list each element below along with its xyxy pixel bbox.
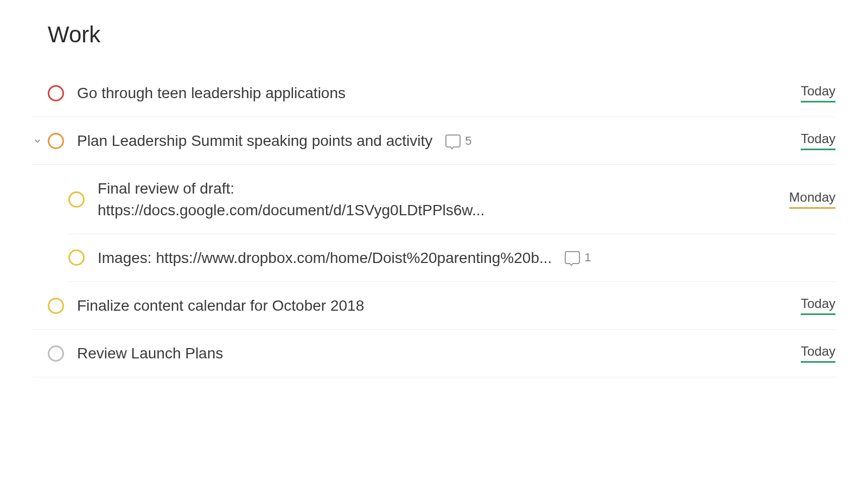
chevron-down-icon — [33, 136, 42, 146]
task-checkbox[interactable] — [68, 191, 85, 208]
comment-badge[interactable]: 1 — [565, 251, 591, 265]
due-date[interactable]: Today — [801, 344, 835, 363]
task-content: Finalize content calendar for October 20… — [77, 295, 792, 316]
task-content: Final review of draft: https://docs.goog… — [98, 178, 781, 220]
task-text: Finalize content calendar for October 20… — [77, 295, 364, 316]
comment-count: 5 — [465, 134, 471, 148]
task-checkbox[interactable] — [48, 298, 64, 314]
task-content: Images: https://www.dropbox.com/home/Doi… — [98, 247, 835, 268]
project-title: Work — [48, 22, 835, 48]
task-text: Images: https://www.dropbox.com/home/Doi… — [98, 247, 552, 268]
task-content: Go through teen leadership applications — [77, 82, 792, 104]
comment-icon — [565, 251, 580, 264]
task-row[interactable]: Plan Leadership Summit speaking points a… — [33, 117, 835, 165]
comment-icon — [445, 134, 461, 147]
task-checkbox[interactable] — [48, 133, 64, 149]
due-date[interactable]: Today — [801, 296, 835, 315]
task-checkbox[interactable] — [48, 345, 64, 362]
task-text: Final review of draft: https://docs.goog… — [98, 178, 542, 220]
task-content: Plan Leadership Summit speaking points a… — [77, 130, 792, 151]
due-date[interactable]: Today — [801, 131, 835, 150]
task-row[interactable]: Final review of draft: https://docs.goog… — [68, 165, 835, 234]
task-text: Plan Leadership Summit speaking points a… — [77, 130, 432, 151]
task-row[interactable]: Go through teen leadership applications … — [33, 69, 835, 117]
comment-count: 1 — [584, 251, 591, 265]
task-text: Review Launch Plans — [77, 343, 223, 364]
due-date[interactable]: Monday — [789, 190, 835, 209]
task-checkbox[interactable] — [48, 85, 64, 101]
comment-badge[interactable]: 5 — [445, 134, 471, 148]
task-row[interactable]: Review Launch Plans Today — [33, 330, 835, 377]
due-date[interactable]: Today — [801, 84, 835, 102]
task-list: Go through teen leadership applications … — [33, 69, 835, 377]
task-checkbox[interactable] — [68, 249, 85, 266]
task-row[interactable]: Finalize content calendar for October 20… — [33, 282, 835, 330]
expand-toggle[interactable] — [33, 136, 48, 146]
task-text: Go through teen leadership applications — [77, 82, 346, 104]
task-content: Review Launch Plans — [77, 343, 792, 364]
task-row[interactable]: Images: https://www.dropbox.com/home/Doi… — [68, 234, 835, 282]
